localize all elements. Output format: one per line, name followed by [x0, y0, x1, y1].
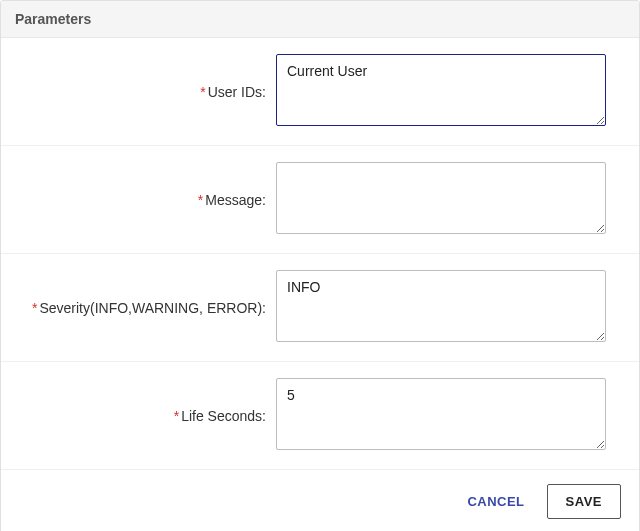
cancel-button[interactable]: CANCEL — [463, 486, 528, 517]
user-ids-label: *User IDs: — [1, 84, 276, 100]
life-seconds-label-text: Life Seconds: — [181, 408, 266, 424]
severity-label: *Severity(INFO,WARNING, ERROR): — [1, 300, 276, 316]
life-seconds-input[interactable] — [276, 378, 606, 450]
field-row-life-seconds: *Life Seconds: — [1, 362, 639, 470]
panel-title: Parameters — [1, 1, 639, 38]
field-row-message: *Message: — [1, 146, 639, 254]
required-marker-icon: * — [198, 192, 203, 208]
required-marker-icon: * — [200, 84, 205, 100]
field-row-severity: *Severity(INFO,WARNING, ERROR): — [1, 254, 639, 362]
severity-label-text: Severity(INFO,WARNING, ERROR): — [39, 300, 266, 316]
message-label: *Message: — [1, 192, 276, 208]
parameters-panel: Parameters *User IDs: *Message: *Severit… — [0, 0, 640, 531]
life-seconds-label: *Life Seconds: — [1, 408, 276, 424]
user-ids-input[interactable] — [276, 54, 606, 126]
severity-input[interactable] — [276, 270, 606, 342]
user-ids-label-text: User IDs: — [208, 84, 266, 100]
message-input[interactable] — [276, 162, 606, 234]
save-button[interactable]: SAVE — [547, 484, 621, 519]
required-marker-icon: * — [32, 300, 37, 316]
required-marker-icon: * — [174, 408, 179, 424]
action-bar: CANCEL SAVE — [1, 470, 639, 531]
message-label-text: Message: — [205, 192, 266, 208]
field-row-user-ids: *User IDs: — [1, 38, 639, 146]
